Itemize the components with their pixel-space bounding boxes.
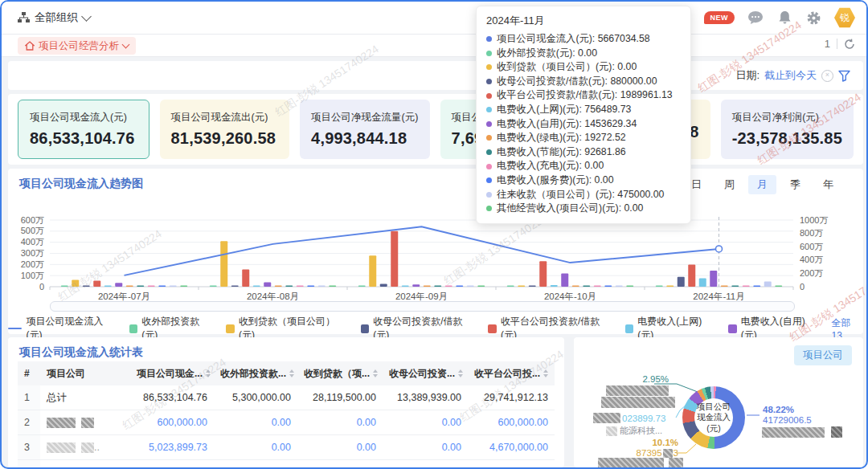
donut-chart[interactable]: 项目公司现金流入(元) (682, 386, 745, 449)
kpi-label: 项目公司净利润(元) (732, 111, 842, 124)
kpi-card[interactable]: 项目公司净现金流量(元)4,993,844.18 (300, 100, 430, 159)
series-dot (486, 177, 492, 183)
org-selector[interactable]: 全部组织 (18, 2, 90, 34)
donut-callout-value-suffix: 3 (674, 448, 678, 458)
table-row: 3..5,023,899.730.000.000.004,670,000.00 (18, 435, 555, 460)
date-filter-label: 日期: (735, 68, 760, 83)
new-badge[interactable]: NEW (704, 11, 735, 24)
kpi-value: 81,539,260.58 (171, 129, 279, 148)
table-column-header[interactable]: 收母公司投资... (383, 361, 468, 385)
svg-text:2024年-07月: 2024年-07月 (98, 292, 150, 301)
donut-callout-sub: 能源科技... (620, 425, 662, 437)
series-dot (486, 93, 492, 99)
series-dot (486, 51, 492, 56)
value-cell[interactable]: 4,670,000.00 (468, 435, 555, 460)
donut-center-label: 项目公司现金流入(元) (694, 402, 733, 433)
tooltip-item: 其他经营收入(项目公司)(元): 0.00 (486, 202, 681, 216)
kpi-card[interactable]: 项目公司现金流入(元)86,533,104.76 (18, 100, 149, 159)
tooltip-item: 电费收入(自用)(元): 1453629.34 (486, 117, 681, 132)
kpi-label: 项目公司净现金流量(元) (311, 111, 419, 124)
tooltip-item: 往来收款（项目公司）(元): 475000.00 (486, 188, 681, 202)
series-dot (486, 36, 492, 42)
table-column-header: # (18, 361, 40, 385)
filter-toolbar: 日期: 截止到今天 × (8, 61, 863, 90)
chart-scrollbar[interactable] (50, 301, 795, 312)
row-index: 4 (18, 460, 40, 468)
value-cell[interactable]: 0.00 (214, 435, 297, 460)
clear-filter-icon[interactable]: × (821, 70, 833, 82)
value-cell[interactable]: 0.00 (297, 435, 383, 460)
value-cell[interactable]: 5,023,899.73 (130, 435, 214, 460)
page-indicator: 1 (825, 38, 830, 50)
kpi-card[interactable]: 项目公司现金流出(元)81,539,260.58 (160, 100, 290, 159)
kpi-label: 项目公司现金流入(元) (30, 111, 137, 124)
bell-icon[interactable] (776, 10, 792, 26)
value-cell: 28,119,500.00 (297, 385, 383, 410)
company-name-cell: .. (40, 435, 130, 460)
sort-icon[interactable] (543, 369, 548, 377)
value-cell[interactable]: 0.00 (214, 460, 297, 468)
legend-square-symbol (361, 324, 370, 333)
legend-square-symbol (488, 324, 497, 333)
value-cell[interactable]: 600,000.00 (130, 410, 214, 435)
value-cell: 29,741,912.13 (468, 385, 555, 410)
donut-callout-pct: 2.95% (622, 374, 669, 384)
org-selector-label: 全部组织 (35, 10, 78, 25)
value-cell[interactable]: 600,000.00 (468, 410, 555, 435)
tooltip-item: 收平台公司投资款/借款(元): 1989961.13 (486, 88, 681, 103)
table-column-header[interactable]: 收外部投资款... (214, 361, 297, 385)
dashboard-window: 全部组织 案中心 NEW 锐 项目公司经营分析 1 日期: 截止到今天 (0, 0, 868, 469)
svg-text:0: 0 (39, 282, 44, 292)
sort-icon[interactable] (373, 369, 378, 377)
value-cell[interactable]: 0.00 (297, 410, 383, 435)
svg-text:2024年-11月: 2024年-11月 (693, 292, 744, 301)
svg-text:0: 0 (800, 282, 805, 292)
tab-project-analysis[interactable]: 项目公司经营分析 (18, 37, 136, 55)
value-cell[interactable]: 0.00 (383, 435, 468, 460)
svg-text:400万: 400万 (800, 255, 823, 264)
chevron-down-icon (81, 11, 92, 22)
value-cell[interactable]: 200,000.00 (130, 460, 214, 468)
date-filter-value[interactable]: 截止到今天 (764, 68, 817, 83)
kpi-card[interactable]: 项目公司净利润(元)-23,578,135.85 (721, 100, 854, 159)
table-row: 2600,000.000.000.000.00600,000.00 (18, 410, 555, 435)
value-cell[interactable]: 200,000.00 (468, 460, 555, 468)
tooltip-item: 电费收入(节能)(元): 92681.86 (486, 145, 681, 160)
company-name-cell: 总计 (40, 385, 130, 410)
row-index: 2 (18, 410, 40, 435)
svg-text:800万: 800万 (800, 228, 823, 238)
donut-callout-pct: 10.1% (622, 438, 678, 447)
value-cell[interactable]: 0.00 (297, 460, 383, 468)
value-cell[interactable]: 0.00 (383, 410, 468, 435)
chat-icon[interactable] (747, 10, 764, 26)
svg-text:2024年-10月: 2024年-10月 (544, 292, 596, 301)
sort-icon[interactable] (206, 369, 211, 377)
gear-icon[interactable] (805, 10, 821, 26)
table-header: #项目公司项目公司现金...收外部投资款...收到贷款（项...收母公司投资..… (18, 361, 555, 385)
sort-icon[interactable] (289, 369, 294, 377)
tooltip-items: 项目公司现金流入(元): 5667034.58收外部投资款(元): 0.00收到… (486, 32, 681, 216)
donut-callout-value-prefix: 87395 (637, 448, 662, 458)
value-cell[interactable]: 0.00 (383, 460, 468, 468)
table-column-header[interactable]: 收平台公司投... (468, 361, 555, 385)
svg-text:500万: 500万 (21, 226, 44, 235)
value-cell[interactable]: 0.00 (214, 410, 297, 435)
stats-table-card: 项目公司现金流入统计表 #项目公司项目公司现金...收外部投资款...收到贷款（… (8, 337, 564, 467)
table-column-header[interactable]: 收到贷款（项... (297, 361, 383, 385)
table-column-header[interactable]: 项目公司现金... (130, 361, 214, 385)
trend-chart-card: 项目公司现金流入趋势图 日周月季年 0100万200万300万400万500万6… (8, 169, 863, 334)
refresh-icon[interactable] (844, 39, 855, 50)
svg-text:1000万: 1000万 (800, 215, 828, 225)
series-dot (486, 206, 492, 211)
sort-icon[interactable] (458, 369, 463, 377)
legend-square-symbol (625, 324, 634, 333)
avatar[interactable]: 锐 (834, 7, 855, 28)
home-icon (25, 41, 35, 51)
company-chip[interactable]: 项目公司 (794, 345, 852, 365)
legend-square-symbol (226, 324, 235, 333)
value-cell: 5,300,000.00 (214, 385, 297, 410)
filter-funnel-icon[interactable] (838, 70, 850, 82)
tooltip-title: 2024年-11月 (486, 14, 681, 28)
company-name-cell: ... (40, 460, 130, 468)
legend-line-symbol (8, 328, 22, 330)
